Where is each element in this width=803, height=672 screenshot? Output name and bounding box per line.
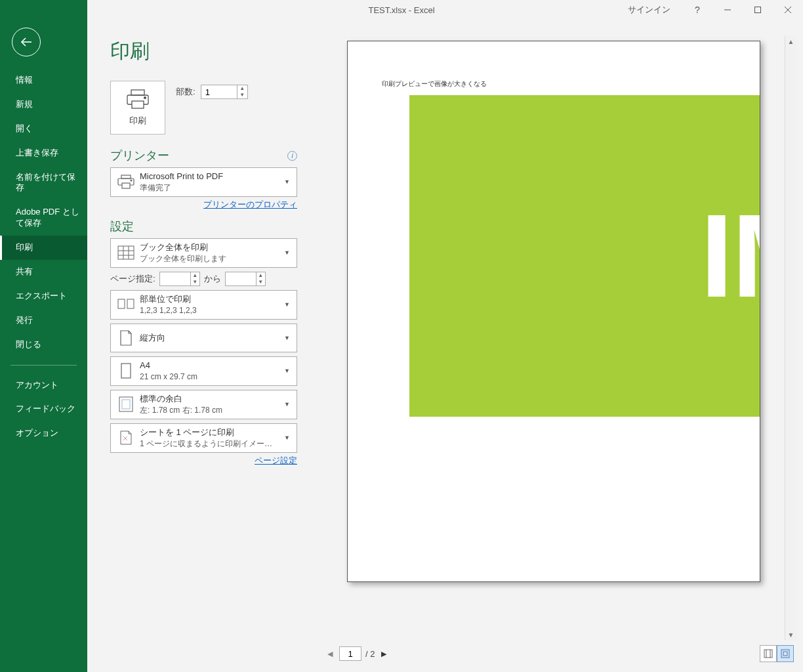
nav-item-export[interactable]: エクスポート: [0, 284, 87, 308]
page-total-label: / 2: [365, 649, 375, 659]
orientation-label: 縦方向: [140, 332, 281, 344]
preview-vscroll[interactable]: ▲ ▼: [785, 35, 796, 640]
scope-title: ブック全体を印刷: [140, 242, 281, 253]
nav-item-info[interactable]: 情報: [0, 68, 87, 93]
signin-link[interactable]: サインイン: [616, 4, 682, 16]
svg-rect-21: [119, 397, 133, 411]
scroll-track[interactable]: [785, 47, 796, 629]
printer-info-icon[interactable]: i: [287, 151, 297, 161]
chevron-down-icon: ▼: [281, 401, 293, 408]
collate-icon: [117, 297, 135, 312]
printer-icon: [125, 89, 151, 110]
nav-item-new[interactable]: 新規: [0, 93, 87, 117]
back-button[interactable]: [12, 28, 41, 56]
nav-item-close[interactable]: 閉じる: [0, 333, 87, 357]
chevron-down-icon: ▼: [281, 335, 293, 341]
nav-item-open[interactable]: 開く: [0, 117, 87, 141]
zoom-page-icon: [780, 648, 791, 659]
scale-dropdown[interactable]: シートを 1 ページに印刷 1 ページに収まるように印刷イメー… ▼: [110, 423, 297, 453]
scale-desc: 1 ページに収まるように印刷イメー…: [140, 438, 281, 450]
svg-rect-7: [132, 101, 144, 108]
zoom-to-page-button[interactable]: [777, 645, 794, 662]
minimize-icon: [724, 6, 731, 14]
nav-item-feedback[interactable]: フィードバック: [0, 397, 87, 421]
nav-item-share[interactable]: 共有: [0, 260, 87, 284]
preview-image: IM: [409, 95, 760, 417]
copies-up[interactable]: ▲: [237, 85, 247, 92]
page-setup-link[interactable]: ページ設定: [255, 455, 297, 467]
page-prev-button[interactable]: ◀: [325, 650, 335, 658]
svg-rect-13: [118, 246, 134, 259]
chevron-down-icon: ▼: [281, 368, 293, 374]
printer-properties-link[interactable]: プリンターのプロパティ: [203, 200, 297, 211]
show-margins-button[interactable]: [760, 645, 777, 662]
svg-rect-20: [121, 364, 131, 378]
svg-rect-1: [755, 7, 761, 13]
paper-icon: [119, 362, 133, 379]
paper-dropdown[interactable]: A4 21 cm x 29.7 cm ▼: [110, 356, 297, 386]
print-button-label: 印刷: [129, 115, 146, 127]
page-current-input[interactable]: [339, 646, 361, 661]
scroll-up-icon[interactable]: ▲: [785, 35, 796, 47]
close-button[interactable]: [773, 0, 803, 20]
nav-item-publish[interactable]: 発行: [0, 308, 87, 333]
portrait-icon: [119, 329, 133, 346]
margin-title: 標準の余白: [140, 393, 281, 405]
scale-title: シートを 1 ページに印刷: [140, 427, 281, 438]
svg-rect-26: [781, 650, 789, 658]
svg-rect-27: [783, 652, 787, 656]
print-settings-panel: 印刷 印刷 部数: ▲▼: [87, 20, 304, 672]
maximize-icon: [754, 6, 762, 14]
workbook-icon: [117, 245, 134, 260]
svg-rect-5: [131, 90, 144, 95]
page-from-input[interactable]: [160, 272, 190, 285]
svg-rect-19: [127, 299, 134, 308]
page-from-spinner[interactable]: ▲▼: [159, 272, 200, 286]
maximize-button[interactable]: [743, 0, 773, 20]
back-arrow-icon: [19, 35, 33, 49]
svg-rect-9: [121, 175, 131, 178]
margin-desc: 左: 1.78 cm 右: 1.78 cm: [140, 405, 281, 416]
page-spec-label: ページ指定:: [110, 273, 155, 285]
svg-rect-18: [118, 299, 125, 308]
close-icon: [784, 6, 792, 14]
preview-sheet-text: 印刷プレビューで画像が大きくなる: [382, 79, 487, 89]
settings-section-heading: 設定: [110, 219, 134, 234]
nav-item-account[interactable]: アカウント: [0, 373, 87, 398]
nav-item-adobepdf[interactable]: Adobe PDF として保存: [0, 200, 87, 236]
margins-icon: [763, 648, 773, 659]
nav-item-save[interactable]: 上書き保存: [0, 141, 87, 165]
print-button[interactable]: 印刷: [110, 81, 165, 135]
copies-down[interactable]: ▼: [237, 92, 247, 98]
margin-dropdown[interactable]: 標準の余白 左: 1.78 cm 右: 1.78 cm ▼: [110, 390, 297, 419]
nav-item-print[interactable]: 印刷: [0, 236, 87, 260]
chevron-down-icon: ▼: [281, 434, 293, 441]
collate-dropdown[interactable]: 部単位で印刷 1,2,3 1,2,3 1,2,3 ▼: [110, 290, 297, 320]
minimize-button[interactable]: [712, 0, 743, 20]
scale-icon: [118, 429, 134, 446]
nav-item-saveas[interactable]: 名前を付けて保存: [0, 165, 87, 201]
preview-image-text: IM: [701, 197, 760, 315]
copies-input[interactable]: [201, 86, 237, 98]
help-button[interactable]: ?: [682, 0, 712, 20]
copies-label: 部数:: [176, 86, 196, 98]
collate-title: 部単位で印刷: [140, 293, 281, 305]
copies-spinner[interactable]: ▲▼: [201, 85, 248, 99]
titlebar: TEST.xlsx - Excel サインイン ?: [0, 0, 803, 20]
page-next-button[interactable]: ▶: [379, 650, 389, 658]
print-preview-area: 印刷プレビューで画像が大きくなる IM ▲ ▼ ◀ / 2: [304, 20, 803, 672]
page-to-input[interactable]: [226, 272, 256, 285]
chevron-down-icon: ▼: [281, 301, 293, 308]
scroll-down-icon[interactable]: ▼: [785, 629, 796, 640]
svg-point-12: [131, 180, 132, 181]
svg-rect-11: [122, 183, 130, 188]
page-heading: 印刷: [110, 38, 297, 65]
orientation-dropdown[interactable]: 縦方向 ▼: [110, 324, 297, 352]
printer-section-heading: プリンター: [110, 148, 169, 163]
page-to-spinner[interactable]: ▲▼: [225, 272, 266, 286]
nav-item-options[interactable]: オプション: [0, 421, 87, 446]
print-scope-dropdown[interactable]: ブック全体を印刷 ブック全体を印刷します ▼: [110, 238, 297, 268]
svg-point-8: [144, 97, 146, 99]
svg-rect-23: [764, 650, 772, 658]
printer-dropdown[interactable]: Microsoft Print to PDF 準備完了 ▼: [110, 167, 297, 197]
